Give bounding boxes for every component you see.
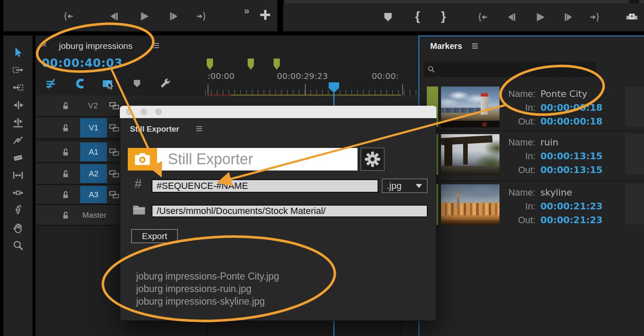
marker-in-label: In: (482, 149, 535, 163)
go-to-out-button[interactable] (195, 10, 208, 23)
step-forward-button[interactable] (562, 11, 575, 23)
sync-lock-icon[interactable] (109, 102, 119, 110)
panel-menu-icon[interactable] (195, 125, 203, 134)
marker-in-timecode[interactable]: 00:00:21:23 (540, 199, 603, 213)
sequence-marker-icon[interactable] (207, 59, 213, 70)
track-select-forward-tool[interactable] (12, 64, 24, 76)
play-button[interactable] (138, 10, 150, 23)
step-back-button[interactable] (108, 10, 120, 23)
marker-comment-box[interactable] (626, 134, 644, 174)
marker-in-timecode[interactable]: 00:00:13:15 (540, 149, 603, 163)
search-input[interactable] (436, 65, 586, 74)
sequence-tab[interactable]: joburg impressions (59, 41, 132, 51)
slide-tool[interactable] (12, 187, 24, 199)
camera-icon (128, 148, 157, 171)
track-target-toggle[interactable]: A2 (80, 164, 107, 183)
track-label[interactable]: V2 (88, 101, 98, 110)
linked-selection-icon[interactable] (101, 77, 114, 90)
close-icon[interactable]: × (41, 40, 47, 50)
window-zoom-icon[interactable] (155, 109, 162, 115)
sync-lock-icon[interactable] (109, 148, 119, 156)
add-marker-button[interactable] (382, 11, 394, 23)
marker-comment-box[interactable] (626, 184, 644, 224)
lock-icon[interactable] (62, 124, 69, 132)
step-back-button[interactable] (505, 11, 518, 23)
sync-lock-icon[interactable] (109, 190, 119, 199)
marker-list-item[interactable]: Name:skyline In:00:00:21:23 Out:00:00:21… (419, 181, 644, 230)
plugin-title: Still Exporter (168, 150, 253, 168)
format-dropdown[interactable]: .jpg (382, 178, 428, 193)
program-transport-toolbar: { } (283, 3, 644, 31)
marker-list-item[interactable]: Name:Ponte City In:00:00:00:18 Out:00:00… (419, 84, 644, 130)
timeline-settings-wrench-icon[interactable] (159, 77, 171, 90)
zoom-tool[interactable] (12, 239, 24, 252)
marker-name-value[interactable]: Ponte City (540, 87, 587, 101)
still-exporter-dialog: Still Exporter Still Exporter # .jpg Exp… (120, 106, 436, 321)
panel-menu-icon[interactable] (471, 43, 479, 51)
settings-button[interactable] (360, 148, 385, 171)
output-path-input[interactable] (152, 205, 428, 217)
panel-overflow-chevron[interactable]: » (244, 5, 249, 17)
premiere-window: » { } × joburg impressions 00:00:40:03 (0, 0, 644, 336)
chevron-down-icon (415, 183, 423, 188)
window-minimize-icon[interactable] (141, 109, 147, 115)
track-label[interactable]: Master (82, 211, 106, 220)
mark-in-button[interactable]: { (415, 9, 420, 23)
track-target-toggle[interactable]: A3 (80, 186, 107, 203)
lock-icon[interactable] (62, 191, 69, 199)
track-target-toggle[interactable]: V1 (80, 118, 107, 137)
go-to-in-button[interactable] (62, 10, 74, 23)
marker-search-box[interactable] (423, 62, 596, 77)
marker-out-timecode[interactable]: 00:00:00:18 (540, 115, 603, 128)
track-select-backward-tool[interactable] (12, 81, 24, 94)
sync-lock-icon[interactable] (109, 124, 119, 132)
marker-name-value[interactable]: ruin (540, 135, 558, 149)
marker-out-timecode[interactable]: 00:00:13:15 (540, 163, 603, 177)
add-marker-icon[interactable] (131, 77, 143, 90)
go-to-out-button[interactable] (589, 11, 601, 23)
marker-name-label: Name: (482, 186, 535, 199)
go-to-in-button[interactable] (476, 11, 489, 23)
rolling-edit-tool[interactable] (12, 117, 24, 129)
program-monitor-edge (284, 0, 644, 3)
export-button[interactable]: Export (131, 229, 178, 243)
marker-in-label: In: (482, 101, 535, 115)
dialog-panel-tab[interactable]: Still Exporter (130, 125, 179, 134)
marker-list-item[interactable]: Name:ruin In:00:00:13:15 Out:00:00:13:15 (419, 131, 644, 180)
rate-stretch-tool[interactable] (12, 134, 24, 146)
sequence-marker-icon[interactable] (248, 59, 254, 70)
dialog-titlebar[interactable] (120, 106, 436, 118)
snap-magnet-icon[interactable] (73, 77, 86, 90)
marker-comment-box[interactable] (626, 87, 644, 127)
marker-name-value[interactable]: skyline (540, 186, 572, 199)
razor-tool[interactable] (12, 152, 24, 164)
major-tick (208, 84, 208, 95)
slip-tool[interactable] (12, 169, 24, 181)
lock-icon[interactable] (62, 211, 69, 219)
window-close-icon[interactable] (126, 109, 132, 115)
ruler-tick-label: :00:00 (208, 71, 234, 81)
lock-icon[interactable] (62, 148, 69, 156)
marker-in-timecode[interactable]: 00:00:00:18 (540, 101, 603, 115)
lock-icon[interactable] (62, 102, 69, 110)
sync-lock-icon[interactable] (109, 169, 119, 178)
selection-tool[interactable] (12, 46, 24, 59)
step-forward-button[interactable] (167, 10, 180, 23)
marker-out-timecode[interactable]: 00:00:21:23 (540, 213, 603, 227)
button-editor-icon[interactable] (626, 10, 638, 23)
track-target-toggle[interactable]: A1 (80, 143, 107, 161)
pen-tool[interactable] (12, 204, 24, 216)
ripple-edit-tool[interactable] (12, 99, 24, 111)
play-button[interactable] (534, 11, 546, 23)
panel-menu-icon[interactable] (152, 42, 160, 51)
sequence-marker-icon[interactable] (274, 59, 280, 70)
nest-sequences-toggle-icon[interactable] (45, 77, 57, 90)
mark-out-button[interactable]: } (441, 9, 446, 23)
add-button[interactable] (259, 8, 271, 21)
current-timecode[interactable]: 00:00:40:03 (42, 56, 123, 69)
filename-pattern-input[interactable] (152, 179, 378, 193)
lock-icon[interactable] (62, 170, 69, 178)
format-value: .jpg (387, 181, 401, 191)
hand-tool[interactable] (12, 222, 24, 234)
tools-sidebar (3, 36, 33, 336)
